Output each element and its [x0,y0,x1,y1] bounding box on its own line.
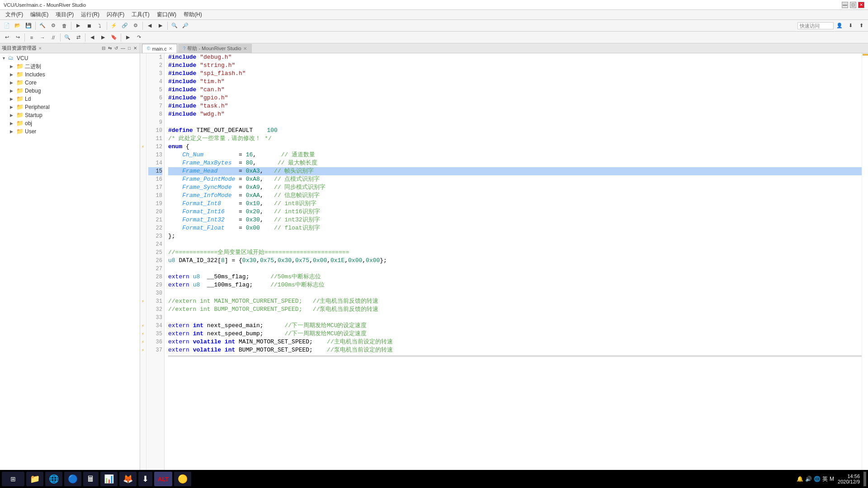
show-desktop-button[interactable] [863,472,866,486]
maximize-panel-icon[interactable]: □ [127,45,132,51]
undo-button[interactable]: ↩ [2,33,12,42]
tab-mainc-close[interactable]: ✕ [169,46,172,51]
tree-item-includes[interactable]: ▶ 📁 Includes [0,70,140,79]
flash-button[interactable]: ⚡ [109,21,119,31]
ln-31: 31 [148,297,162,305]
indent-button[interactable]: → [38,33,47,42]
taskbar-firefox[interactable]: 🦊 [119,472,137,486]
replace-button[interactable]: ⇄ [73,33,83,42]
taskbar-app1[interactable]: 🔵 [64,472,81,486]
taskbar-browser[interactable]: 🌐 [45,472,62,486]
prev-button[interactable]: ◀ [145,21,155,31]
menu-bar: 文件(F) 编辑(E) 项目(P) 运行(R) 闪存(F) 工具(T) 窗口(W… [0,10,868,20]
ln-10: 10 [148,127,162,135]
profile-button[interactable]: 👤 [835,21,844,31]
ln-12: 12 [148,143,162,151]
taskbar-clock[interactable]: 14:56 2020/12/9 [838,474,860,484]
minimize-panel-button[interactable]: ⬇ [845,21,855,31]
tab-help[interactable]: ? 帮助 - MounRiver Studio ✕ [178,44,252,53]
tree-item-binary[interactable]: ▶ 📁 二进制 [0,62,140,70]
collapse-all-icon[interactable]: ⊟ [101,45,106,51]
quick-access-input[interactable] [797,22,834,29]
maximize-panel-button[interactable]: ⬆ [856,21,866,31]
tab-help-label: 帮助 - MounRiver Studio [187,45,241,52]
toggle-bookmark[interactable]: 🔖 [109,33,119,42]
tree-item-startup[interactable]: ▶ 📁 Startup [0,111,140,119]
taskbar-app2[interactable]: 🟡 [174,472,191,486]
menu-file[interactable]: 文件(F) [2,10,27,19]
folder-icon-debug: 📁 [16,87,24,94]
link-editor-icon[interactable]: ⇆ [107,45,113,51]
ln-9: 9 [148,118,162,127]
comment-btn[interactable]: // [48,33,58,42]
zoom-in-button[interactable]: 🔍 [170,21,179,31]
taskbar-calc[interactable]: 🖩 [83,472,99,486]
stop-button[interactable]: ⏹ [84,21,94,31]
bookmark-prev[interactable]: ◀ [87,33,97,42]
debug-button[interactable]: ▶ [73,21,83,31]
find-button[interactable]: 🔍 [62,33,72,42]
close-panel-icon[interactable]: ✕ [132,45,138,51]
menu-help[interactable]: 帮助(H) [180,10,206,19]
build-button[interactable]: 🔨 [38,21,47,31]
tree-item-vcu[interactable]: ▼ 🗂 VCU [0,54,140,62]
run-resume[interactable]: ▶ [123,33,133,42]
code-content[interactable]: #include "debug.h" #include "string.h" #… [165,53,862,478]
tab-help-close[interactable]: ✕ [243,46,247,51]
clean-button[interactable]: 🗑 [59,21,69,31]
close-button[interactable]: ✕ [858,2,864,8]
code-line-12: enum { [168,143,862,151]
tree-item-debug[interactable]: ▶ 📁 Debug [0,87,140,95]
taskbar-explorer[interactable]: 📁 [26,472,43,486]
gutter-marker-34: ⚡ [140,322,146,330]
redo-button[interactable]: ↪ [13,33,23,42]
new-file-button[interactable]: 📄 [2,21,12,31]
minimize-button[interactable]: — [842,2,848,8]
taskbar-download[interactable]: ⬇ [138,472,152,486]
save-button[interactable]: 💾 [24,21,33,31]
tree-item-ld[interactable]: ▶ 📁 Ld [0,95,140,103]
code-line-35: extern int next_speed_bump; //下一周期发给MCU的… [168,330,862,338]
maximize-button[interactable]: □ [850,2,856,8]
menu-project[interactable]: 项目(P) [52,10,77,19]
tree-item-obj[interactable]: ▶ 📁 obj [0,119,140,127]
scroll-thumb [168,355,862,357]
menu-flash[interactable]: 闪存(F) [103,10,128,19]
tree-item-core[interactable]: ▶ 📁 Core [0,79,140,87]
next-button[interactable]: ▶ [156,21,165,31]
connect-button[interactable]: 🔗 [120,21,130,31]
tree-arrow-startup: ▶ [10,113,16,117]
toolbar-secondary: ↩ ↪ ≡ → // 🔍 ⇄ ◀ ▶ 🔖 ▶ ↷ [0,32,868,43]
tab-mainc[interactable]: © main.c ✕ [142,44,177,53]
settings-button[interactable]: ⚙ [131,21,141,31]
menu-window[interactable]: 窗口(W) [153,10,180,19]
ln-28: 28 [148,273,162,281]
tree-item-user[interactable]: ▶ 📁 User [0,127,140,136]
ln-23: 23 [148,232,162,240]
menu-tools[interactable]: 工具(T) [128,10,153,19]
minimize-panel-icon[interactable]: — [120,45,126,51]
gutter-9 [140,118,146,127]
menu-run[interactable]: 运行(R) [77,10,103,19]
ln-20: 20 [148,208,162,216]
bookmark-next[interactable]: ▶ [98,33,108,42]
taskbar-vcu[interactable]: ALT [154,472,172,486]
build-all-button[interactable]: ⚙ [48,21,58,31]
open-button[interactable]: 📂 [13,21,23,31]
tree-item-peripheral[interactable]: ▶ 📁 Peripheral [0,103,140,111]
gutter-8 [140,110,146,118]
tree-arrow-debug: ▶ [10,89,16,93]
right-scrollbar[interactable] [862,53,868,478]
step-over-button[interactable]: ⤵ [95,21,105,31]
gutter-15 [140,167,146,175]
run-step[interactable]: ↷ [134,33,144,42]
zoom-out-button[interactable]: 🔎 [180,21,190,31]
start-button[interactable]: ⊞ [2,472,24,486]
menu-edit[interactable]: 编辑(E) [27,10,52,19]
ln-32: 32 [148,305,162,314]
taskbar-time-value: 14:56 [838,474,860,479]
taskbar-excel[interactable]: 📊 [100,472,118,486]
format-button[interactable]: ≡ [27,33,37,42]
code-line-19: Format_Int8 = 0x10, // int8识别字 [168,200,862,208]
refresh-icon[interactable]: ↺ [113,45,119,51]
